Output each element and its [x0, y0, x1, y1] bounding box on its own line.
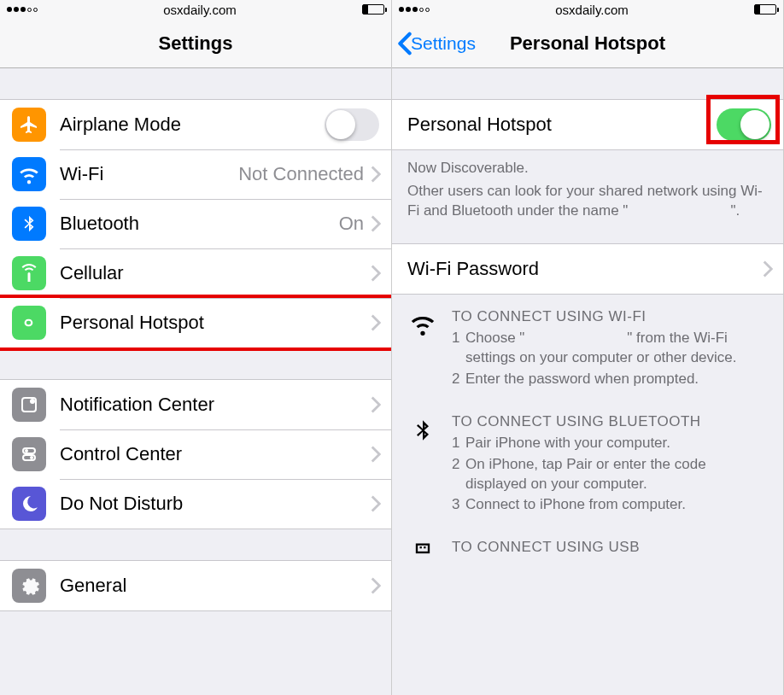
hotspot-screen: osxdaily.com Settings Personal Hotspot P… — [392, 0, 784, 695]
svg-rect-6 — [417, 545, 429, 552]
row-control-center[interactable]: Control Center — [0, 429, 391, 479]
row-label: Control Center — [60, 443, 371, 465]
highlight-box — [706, 95, 780, 144]
nav-bar: Settings Personal Hotspot — [392, 19, 783, 68]
svg-point-3 — [25, 449, 28, 453]
row-label: Airplane Mode — [60, 114, 325, 136]
instr-title: TO CONNECT USING BLUETOOTH — [452, 413, 768, 430]
row-airplane-mode[interactable]: Airplane Mode — [0, 100, 391, 149]
instructions-usb: TO CONNECT USING USB — [392, 525, 783, 573]
signal-dots — [7, 7, 38, 12]
row-label: Wi-Fi Password — [407, 258, 763, 280]
row-wifi-password[interactable]: Wi-Fi Password — [392, 244, 783, 294]
control-center-icon — [12, 437, 46, 471]
wifi-icon — [407, 308, 438, 391]
redacted-name — [524, 332, 627, 344]
row-do-not-disturb[interactable]: Do Not Disturb — [0, 479, 391, 529]
chevron-right-icon — [371, 265, 381, 282]
instr-title: TO CONNECT USING WI-FI — [452, 308, 768, 325]
row-label: Wi-Fi — [60, 163, 238, 185]
discoverable-text: Now Discoverable. Other users can look f… — [392, 150, 783, 226]
row-value: Not Connected — [238, 163, 364, 185]
row-wifi[interactable]: Wi-Fi Not Connected — [0, 149, 391, 199]
settings-list[interactable]: Airplane Mode Wi-Fi Not Connected Blueto… — [0, 68, 391, 695]
chevron-right-icon — [371, 215, 381, 232]
page-title: Settings — [159, 32, 233, 55]
row-label: Cellular — [60, 262, 371, 284]
row-general[interactable]: General — [0, 561, 391, 610]
airplane-icon — [12, 108, 46, 142]
row-label: Bluetooth — [60, 213, 339, 235]
chevron-right-icon — [371, 495, 381, 512]
chevron-right-icon — [371, 314, 381, 331]
row-label: Do Not Disturb — [60, 493, 371, 515]
settings-screen: osxdaily.com Settings Airplane Mode Wi-F… — [0, 0, 392, 695]
chevron-right-icon — [371, 446, 381, 463]
notification-icon — [12, 388, 46, 422]
bluetooth-icon — [407, 413, 438, 517]
svg-point-5 — [30, 456, 33, 459]
chevron-right-icon — [371, 396, 381, 413]
dnd-icon — [12, 487, 46, 521]
signal-dots — [399, 7, 430, 12]
battery-icon — [754, 4, 776, 15]
svg-point-1 — [30, 399, 35, 404]
airplane-toggle[interactable] — [325, 108, 379, 141]
chevron-right-icon — [763, 260, 773, 277]
back-button[interactable]: Settings — [397, 32, 476, 55]
wifi-icon — [12, 157, 46, 191]
row-label: Personal Hotspot — [407, 114, 717, 136]
svg-rect-7 — [420, 546, 422, 548]
redacted-name — [628, 205, 730, 218]
back-label: Settings — [411, 33, 476, 54]
row-personal-hotspot[interactable]: Personal Hotspot — [0, 298, 391, 348]
status-domain: osxdaily.com — [163, 3, 237, 17]
row-value: On — [339, 213, 364, 235]
nav-bar: Settings — [0, 19, 391, 68]
row-label: Personal Hotspot — [60, 312, 371, 334]
row-label: Notification Center — [60, 394, 371, 416]
row-bluetooth[interactable]: Bluetooth On — [0, 199, 391, 248]
cellular-icon — [12, 256, 46, 290]
gear-icon — [12, 569, 46, 603]
chevron-right-icon — [371, 577, 381, 594]
status-bar: osxdaily.com — [0, 0, 391, 19]
page-title: Personal Hotspot — [510, 32, 665, 55]
hotspot-icon — [12, 306, 46, 340]
instructions-bluetooth: TO CONNECT USING BLUETOOTH 1Pair iPhone … — [392, 400, 783, 526]
svg-rect-8 — [424, 546, 425, 548]
row-label: General — [60, 575, 371, 597]
row-notification-center[interactable]: Notification Center — [0, 380, 391, 429]
status-bar: osxdaily.com — [392, 0, 783, 19]
usb-icon — [407, 539, 438, 564]
bluetooth-icon — [12, 207, 46, 241]
status-domain: osxdaily.com — [555, 3, 629, 17]
hotspot-content[interactable]: Personal Hotspot Now Discoverable. Other… — [392, 68, 783, 695]
instructions-wifi: TO CONNECT USING WI-FI 1Choose "" from t… — [392, 295, 783, 400]
row-cellular[interactable]: Cellular — [0, 248, 391, 298]
row-hotspot-toggle[interactable]: Personal Hotspot — [392, 100, 783, 149]
instr-title: TO CONNECT USING USB — [452, 539, 768, 556]
battery-icon — [362, 4, 384, 15]
chevron-right-icon — [371, 166, 381, 183]
